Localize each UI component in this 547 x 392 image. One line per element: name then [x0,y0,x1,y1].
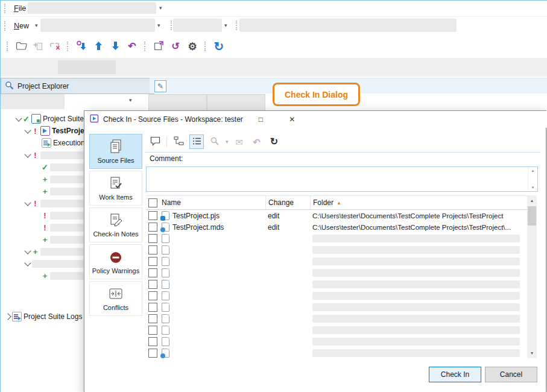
collapsed-menu-field[interactable] [28,2,156,14]
table-row[interactable] [146,347,527,359]
table-row[interactable] [146,244,527,256]
tree-expander-icon[interactable] [15,115,22,121]
toolbar-grip[interactable] [67,42,69,51]
tree-expander-icon[interactable] [24,259,31,266]
add-button[interactable] [31,38,45,55]
tree-item[interactable]: ! [3,221,84,233]
row-checkbox[interactable] [148,268,157,277]
row-checkbox[interactable] [148,314,157,323]
tree-expander-icon[interactable] [24,247,31,254]
table-row[interactable] [146,302,527,313]
scroll-down-icon[interactable]: ▾ [527,348,537,358]
table-row[interactable] [146,336,527,347]
toolbar-grip[interactable] [4,21,7,31]
check-in-button[interactable]: Check In [429,367,481,382]
edit-form-icon[interactable]: ✎ [154,80,166,92]
sidebar-item-work-items[interactable]: Work Items [89,171,142,206]
tree-item[interactable]: ! [3,149,84,161]
row-checkbox[interactable] [148,245,157,254]
table-scrollbar[interactable]: ▴ ▾ [527,195,537,358]
column-header-name[interactable]: Name [159,196,265,209]
scroll-down-icon[interactable]: ▾ [532,185,534,190]
project-explorer-header[interactable]: Project Explorer [1,78,154,94]
cancel-button[interactable]: Cancel [485,367,537,382]
tree-item[interactable]: ✓Project Suite 'Te [3,113,84,125]
disconnect-button[interactable] [48,38,62,55]
toolbar-grip[interactable] [7,42,9,51]
scroll-up-icon[interactable]: ▴ [532,168,534,173]
table-row[interactable] [146,313,527,324]
row-checkbox[interactable] [148,257,157,266]
shelve-button[interactable] [152,38,165,55]
tree-expander-icon[interactable] [4,313,11,320]
toolbar-grip[interactable] [236,21,238,30]
checkout-button[interactable] [109,38,122,55]
checkin-button[interactable] [92,38,105,55]
tree-item-project-suite-logs[interactable]: Project Suite Logs [5,311,84,323]
row-checkbox[interactable] [148,303,157,312]
table-row[interactable] [146,256,527,267]
tree-item[interactable]: + [3,245,84,258]
tree-expander-icon[interactable] [24,151,31,157]
sidebar-item-source-files[interactable]: Source Files [89,134,142,169]
chevron-down-icon[interactable]: ▾ [159,5,162,11]
menu-file[interactable]: File [14,4,26,13]
tree-expander-icon[interactable] [24,127,31,133]
background-tab[interactable] [207,94,265,112]
column-header-folder[interactable]: Folder▲ [310,196,527,209]
chevron-down-icon[interactable]: ▾ [129,98,132,103]
toolbar-grip[interactable] [4,4,7,13]
get-latest-button[interactable] [75,38,88,55]
refresh-button[interactable]: ↻ [212,38,226,55]
undo-button[interactable]: ↶ [250,135,264,148]
tree-item[interactable]: + [3,185,84,197]
table-row[interactable]: TestProject.mdseditC:\Users\tester\Docum… [146,221,527,233]
comment-input[interactable] [147,167,528,191]
tree-item[interactable]: !TestProjec [3,125,84,137]
tree-expander-icon[interactable] [24,199,31,206]
select-all-checkbox[interactable] [148,198,157,207]
row-checkbox[interactable] [148,234,157,243]
maximize-button[interactable]: □ [247,111,274,128]
list-view-button[interactable] [189,134,204,149]
column-header-change[interactable]: Change [265,196,310,209]
row-checkbox[interactable] [148,280,157,289]
table-row[interactable] [146,279,527,290]
toolbar-grip[interactable] [204,42,207,51]
refresh-button[interactable]: ↻ [268,135,281,148]
toolbar-band-tab[interactable] [58,60,116,74]
sidebar-item-policy-warnings[interactable]: Policy Warnings [89,244,142,279]
row-checkbox[interactable] [148,326,157,335]
mail-button[interactable]: ✉ [233,135,246,148]
table-row[interactable] [146,324,527,336]
row-checkbox[interactable] [148,291,157,300]
toolbar-grip[interactable] [144,42,147,51]
close-button[interactable]: ✕ [279,111,306,128]
background-tab[interactable] [148,94,207,112]
explorer-toolbar-field[interactable] [1,94,65,109]
tree-item[interactable]: + [3,233,84,245]
row-checkbox[interactable] [148,349,157,358]
chevron-down-icon[interactable]: ▾ [226,139,229,145]
open-button[interactable] [14,38,28,55]
row-checkbox[interactable] [148,337,157,346]
toolbar-field[interactable] [239,19,457,32]
tree-item[interactable]: ✓ [3,161,84,173]
comment-button[interactable] [148,135,162,148]
chevron-down-icon[interactable]: ▾ [157,23,160,28]
settings-button[interactable]: ⚙ [186,38,199,55]
table-row[interactable] [146,233,527,244]
table-row[interactable]: TestProject.pjseditC:\Users\tester\Docum… [146,210,527,221]
sidebar-item-check-in-notes[interactable]: Check-in Notes [89,207,142,242]
chevron-down-icon[interactable]: ▾ [224,23,227,28]
toolbar-field[interactable] [173,19,222,32]
sidebar-item-conflicts[interactable]: Conflicts [89,281,142,316]
tree-item[interactable] [3,258,84,270]
new-button[interactable]: New ▾ [10,22,38,30]
comment-scrollbar[interactable]: ▴ ▾ [528,167,537,191]
find-button[interactable] [208,135,221,148]
tree-view-button[interactable] [172,135,185,148]
history-button[interactable]: ↺ [169,38,182,55]
row-checkbox[interactable] [148,223,157,232]
dialog-titlebar[interactable]: Check In - Source Files - Workspace: tes… [84,111,547,128]
